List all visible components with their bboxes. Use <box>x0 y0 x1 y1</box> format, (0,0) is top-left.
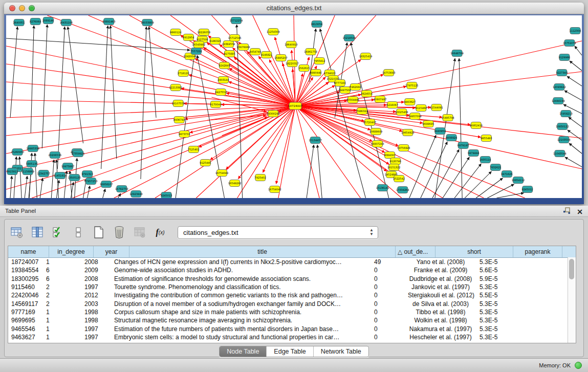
table-cell[interactable]: 2009 <box>81 267 111 274</box>
graph-node[interactable]: 9115460 <box>416 105 427 112</box>
table-cell[interactable]: 1998 <box>81 309 111 316</box>
column-header-name[interactable]: name <box>8 246 49 257</box>
graph-node[interactable]: 11156869 <box>21 168 34 175</box>
graph-node[interactable]: 16952418 <box>470 122 483 129</box>
graph-node[interactable]: 18220317 <box>286 60 298 67</box>
graph-node[interactable]: 19654923 <box>401 129 414 136</box>
graph-node[interactable]: 16782759 <box>115 186 128 192</box>
table-cell[interactable]: Estimation of significance thresholds fo… <box>111 275 371 282</box>
graph-node[interactable]: 7525402 <box>188 146 199 153</box>
table-cell[interactable]: Structural magnetic resonance image aver… <box>111 317 371 324</box>
graph-node[interactable]: 19384554 <box>222 41 235 48</box>
graph-node[interactable]: 12342757 <box>37 170 50 177</box>
table-cell[interactable]: 1 <box>43 309 81 316</box>
graph-node[interactable]: 20564486 <box>346 97 359 103</box>
graph-node[interactable]: 16431106 <box>60 19 73 26</box>
graph-node[interactable]: 8427552 <box>215 89 226 96</box>
table-cell[interactable]: de Silva et al. (2003) <box>405 300 476 308</box>
graph-node[interactable]: 9245013 <box>161 192 172 199</box>
graph-node[interactable]: 16754049 <box>215 170 228 177</box>
table-cell[interactable]: 5.3E-5 <box>476 309 519 316</box>
graph-node[interactable]: 2718120 <box>178 70 189 77</box>
graph-node[interactable]: 19756928 <box>397 145 410 151</box>
graph-node[interactable]: 3824554 <box>361 91 372 97</box>
table-cell[interactable]: Disruption of a novel member of a sodium… <box>111 300 371 308</box>
table-cell[interactable]: 0 <box>371 300 405 308</box>
graph-node[interactable]: 1562615 <box>298 65 310 72</box>
graph-node[interactable]: 11451914 <box>54 172 67 179</box>
table-cell[interactable]: 0 <box>371 334 405 341</box>
table-cell[interactable]: Hescheler et al. (1997) <box>405 334 476 341</box>
graph-node[interactable]: 7986322 <box>356 108 367 115</box>
table-cell[interactable]: 0 <box>371 317 405 324</box>
graph-node[interactable]: 18151322 <box>387 164 400 171</box>
table-row[interactable]: 1872400712008Changes of HCN gene express… <box>8 258 576 266</box>
graph-node[interactable]: 10850122 <box>556 123 569 130</box>
graph-node[interactable]: 12093822 <box>553 84 565 91</box>
table-cell[interactable]: Corpus callosum shape and size in male p… <box>111 309 371 316</box>
graph-node[interactable]: 18300295 <box>267 111 279 117</box>
graph-node[interactable]: 9129966 <box>559 54 570 61</box>
show-column-icon[interactable] <box>30 225 45 239</box>
graph-node[interactable]: 12213382 <box>169 84 182 91</box>
delete-column-icon[interactable] <box>112 225 126 239</box>
table-cell[interactable]: 5.3E-5 <box>476 325 519 333</box>
graph-node[interactable]: 14957094 <box>408 113 421 120</box>
graph-node[interactable]: 8938924 <box>446 135 457 141</box>
graph-node[interactable]: 9463627 <box>404 99 416 105</box>
table-cell[interactable]: 0 <box>371 275 405 282</box>
table-cell[interactable]: 1997 <box>81 325 111 333</box>
table-cell[interactable]: 0 <box>371 283 405 291</box>
graph-node[interactable]: 5905135 <box>26 161 37 167</box>
select-all-icon[interactable] <box>51 225 65 239</box>
table-cell[interactable]: 1 <box>43 317 81 324</box>
table-cell[interactable]: 9777169 <box>8 309 43 316</box>
graph-node[interactable]: 8276064 <box>30 18 41 25</box>
graph-node[interactable]: 9860124 <box>170 29 181 36</box>
table-cell[interactable]: Tibbo et al. (1998) <box>405 309 476 316</box>
graph-node[interactable]: 18325419 <box>359 53 372 60</box>
tab-node-table[interactable]: Node Table <box>220 346 267 357</box>
table-mode-icon[interactable] <box>10 225 24 239</box>
graph-node[interactable]: 17975125 <box>405 82 418 89</box>
float-window-icon[interactable] <box>563 207 571 216</box>
table-row[interactable]: 946554611997Estimation of the future num… <box>8 324 576 333</box>
table-row[interactable]: 1830029562008Estimation of significance … <box>8 275 576 283</box>
table-cell[interactable]: 5.3E-5 <box>476 317 519 324</box>
graph-node[interactable]: 3915911 <box>7 168 18 175</box>
graph-node[interactable]: 18640910 <box>285 41 297 48</box>
graph-node[interactable]: 15751074 <box>563 40 576 47</box>
table-scrollbar[interactable] <box>568 257 576 343</box>
graph-node[interactable]: 9170044 <box>210 101 221 108</box>
table-cell[interactable]: 1 <box>43 258 81 266</box>
table-cell[interactable]: 18724007 <box>8 258 43 266</box>
graph-node[interactable]: 6497508 <box>339 87 351 94</box>
graph-node[interactable]: 9227343 <box>556 70 568 76</box>
function-builder-icon[interactable]: f(x) <box>153 225 167 239</box>
table-cell[interactable]: Jankovic et al. (1997) <box>405 283 476 291</box>
table-cell[interactable]: 22420046 <box>8 292 43 299</box>
graph-node[interactable]: 18226058 <box>198 29 210 36</box>
table-row[interactable]: 946362711997Embryonic stem cells: a mode… <box>8 333 576 341</box>
table-row[interactable]: 969969511998Structural magnetic resonanc… <box>8 316 576 324</box>
graph-node[interactable]: 2522542 <box>394 176 405 182</box>
graph-node[interactable]: 8912954 <box>183 34 194 41</box>
table-cell[interactable]: 9699695 <box>8 317 43 324</box>
table-cell[interactable]: Franke et al. (2009) <box>405 267 476 274</box>
graph-node[interactable]: 8936744 <box>173 117 185 123</box>
column-header-pagerank[interactable]: pagerank <box>513 246 562 257</box>
graph-node[interactable]: 23676068 <box>237 44 250 51</box>
graph-node[interactable]: 15218506 <box>343 35 356 41</box>
table-cell[interactable]: 0 <box>371 292 405 299</box>
table-cell[interactable]: Yano et al. (2008) <box>405 258 476 266</box>
column-header-year[interactable]: year <box>94 246 129 257</box>
graph-node[interactable]: 8454749 <box>250 49 261 55</box>
citation-network-graph[interactable]: 9860124891295418226058912750816543982818… <box>6 15 582 198</box>
graph-node[interactable]: 18107553 <box>171 100 184 107</box>
graph-node[interactable]: 8471626 <box>501 171 512 178</box>
graph-node[interactable]: 9474444 <box>468 150 479 157</box>
graph-node[interactable]: 9242845 <box>219 62 230 69</box>
graph-node[interactable]: 9245012 <box>521 186 533 193</box>
table-cell[interactable]: 6 <box>43 275 81 282</box>
tab-edge-table[interactable]: Edge Table <box>267 346 313 357</box>
